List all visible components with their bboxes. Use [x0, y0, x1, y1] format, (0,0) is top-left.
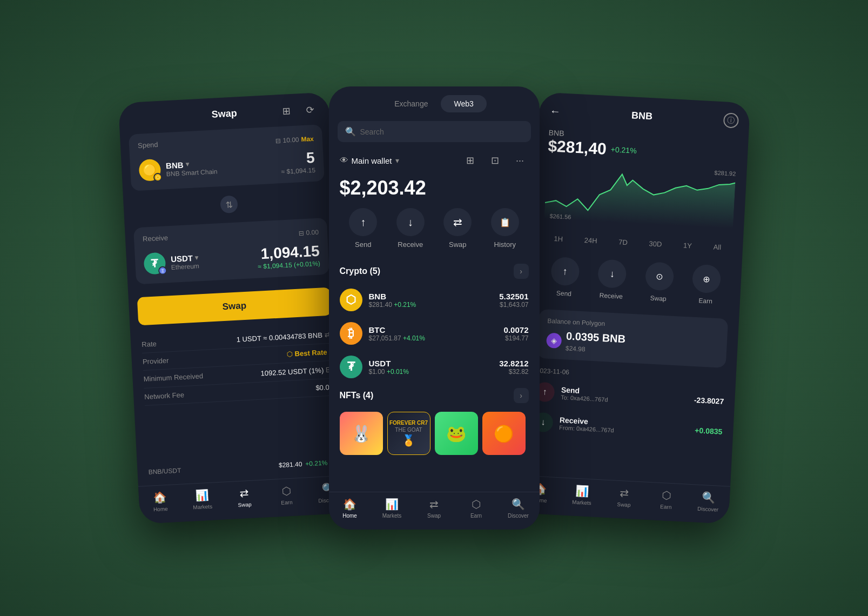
- detail-send[interactable]: ↑ Send: [549, 257, 580, 298]
- detail-swap-label: Swap: [650, 294, 667, 303]
- price-chart: $281.92 $261.56: [533, 159, 746, 235]
- nft-expand-btn[interactable]: ›: [514, 388, 529, 403]
- usdt-token-info: ₮ Ξ USDT ▾ Ethereum: [143, 250, 199, 274]
- history-btn[interactable]: 📋 History: [491, 208, 519, 249]
- time-1y[interactable]: 1Y: [676, 238, 698, 253]
- right-nav-discover[interactable]: 🔍 Discover: [691, 490, 725, 513]
- nft-item-3[interactable]: 🐸: [435, 412, 478, 455]
- receive-section: Receive ⊟ 0.00 ₮ Ξ USDT ▾: [133, 218, 329, 285]
- center-nav-markets[interactable]: 📊 Markets: [376, 498, 408, 519]
- swap-btn-wallet[interactable]: ⇄ Swap: [443, 208, 472, 249]
- wallet-balance: $2,203.42: [329, 175, 540, 208]
- swap-submit-btn[interactable]: Swap: [137, 287, 331, 326]
- center-swap-icon: ⇄: [429, 498, 439, 511]
- swap-header: Swap ⊞ ⟳: [118, 92, 329, 130]
- detail-receive[interactable]: ↓ Receive: [597, 259, 627, 300]
- usdt-list-item[interactable]: ₮ USDT $1.00 +0.01% 32.8212 $32.82: [329, 350, 540, 384]
- btc-list-item[interactable]: ₿ BTC $27,051.87 +4.01% 0.0072 $194.77: [329, 317, 540, 350]
- center-earn-icon: ⬡: [472, 498, 481, 511]
- swap-direction-btn[interactable]: ⇅: [219, 194, 239, 215]
- detail-earn-label: Earn: [698, 297, 712, 305]
- usdt-info: USDT $1.00 +0.01%: [369, 359, 493, 376]
- nav-markets[interactable]: 📊 Markets: [185, 488, 219, 511]
- crypto-expand-btn[interactable]: ›: [514, 264, 529, 279]
- bnb-list-item[interactable]: ⬡ BNB $281.40 +0.21% 5.32501 $1,643.07: [329, 283, 540, 317]
- nav-home[interactable]: 🏠 Home: [143, 490, 177, 513]
- time-24h[interactable]: 24H: [577, 232, 604, 248]
- time-7d[interactable]: 7D: [611, 235, 634, 250]
- usdt-list-icon: ₮: [340, 356, 362, 378]
- balance-card-row: ◈ 0.0395 BNB $24.98: [546, 329, 718, 360]
- right-earn-icon: ⬡: [661, 488, 671, 502]
- bnb-price-change: +0.21%: [610, 145, 637, 155]
- max-btn[interactable]: Max: [301, 135, 314, 143]
- receive-label: Receive: [142, 233, 168, 243]
- right-nav-swap[interactable]: ⇄ Swap: [607, 486, 641, 508]
- swap-icon1[interactable]: ⊞: [277, 102, 295, 120]
- price-value-display: $281.40 +0.21% ▲: [278, 458, 337, 469]
- history-circle: 📋: [491, 208, 519, 236]
- center-discover-label: Discover: [508, 513, 529, 519]
- usdt-values: 32.8212 $32.82: [499, 359, 528, 376]
- search-bar[interactable]: 🔍 Search: [338, 121, 531, 142]
- wallet-tabs: Exchange Web3: [329, 86, 540, 117]
- markets-icon: 📊: [194, 488, 208, 502]
- btc-list-icon: ₿: [340, 322, 362, 345]
- time-1h[interactable]: 1H: [547, 231, 569, 246]
- usdt-sub-icon: Ξ: [158, 266, 167, 275]
- best-rate-value: Best Rate: [294, 348, 327, 358]
- nft-section-header: NFTs (4) ›: [329, 384, 540, 407]
- balance-card-values: 0.0395 BNB $24.98: [565, 330, 625, 355]
- tab-web3[interactable]: Web3: [441, 95, 486, 112]
- time-all[interactable]: All: [706, 239, 728, 255]
- bnb-price-display: $281.40: [278, 460, 302, 469]
- receive-balance: 0.00: [306, 228, 319, 236]
- back-btn[interactable]: ←: [549, 105, 561, 118]
- tx-receive-info: Receive From: 0xa426...767d: [559, 416, 688, 437]
- info-icon-btn[interactable]: ⓘ: [723, 112, 738, 128]
- wallet-name[interactable]: 👁 Main wallet ▾: [340, 156, 399, 165]
- nav-earn[interactable]: ⬡ Earn: [270, 484, 303, 506]
- usdt-name: USDT: [369, 359, 493, 368]
- bnb-list-icon: ⬡: [340, 289, 362, 311]
- tab-exchange[interactable]: Exchange: [381, 95, 441, 112]
- receive-btn[interactable]: ↓ Receive: [396, 208, 425, 249]
- right-nav-markets[interactable]: 📊 Markets: [565, 484, 598, 506]
- spend-usd: ≈ $1,094.15: [281, 166, 315, 176]
- center-markets-icon: 📊: [385, 498, 399, 511]
- provider-value: ⬡ Best Rate ›: [286, 348, 332, 358]
- time-30d[interactable]: 30D: [642, 236, 668, 252]
- expand-btn[interactable]: ⊡: [487, 152, 504, 169]
- swap-icon2[interactable]: ⟳: [301, 101, 319, 119]
- right-markets-icon: 📊: [575, 484, 589, 498]
- network-fee-label: Network Fee: [144, 391, 184, 401]
- more-btn[interactable]: ···: [512, 152, 529, 169]
- min-received-label: Minimum Received: [143, 372, 203, 384]
- balance-bnb-amount: 0.0395 BNB: [566, 330, 625, 345]
- provider-label: Provider: [142, 357, 169, 366]
- copy-address-btn[interactable]: ⊞: [462, 152, 479, 169]
- center-nav-swap[interactable]: ⇄ Swap: [418, 498, 450, 519]
- send-btn[interactable]: ↑ Send: [349, 208, 377, 249]
- detail-earn[interactable]: ⊕ Earn: [691, 264, 721, 306]
- receive-label: Receive: [398, 240, 423, 249]
- usdt-chain: Ethereum: [171, 262, 199, 271]
- usdt-icon: ₮ Ξ: [143, 252, 166, 275]
- nft-item-2[interactable]: FOREVER CR7 THE GOAT 🏅: [387, 412, 430, 455]
- detail-send-label: Send: [556, 289, 571, 297]
- spend-amount-big[interactable]: 5: [280, 149, 315, 168]
- nft-item-1[interactable]: 🐰: [340, 412, 383, 455]
- receive-balance-info: ⊟ 0.00: [298, 228, 319, 237]
- center-nav-earn[interactable]: ⬡ Earn: [460, 498, 493, 519]
- center-nav-home[interactable]: 🏠 Home: [334, 498, 366, 519]
- center-nav-discover[interactable]: 🔍 Discover: [502, 498, 535, 519]
- center-swap-label: Swap: [427, 513, 441, 519]
- chart-high-label: $281.92: [714, 169, 736, 177]
- right-earn-label: Earn: [660, 504, 671, 510]
- detail-receive-circle: ↓: [597, 259, 627, 289]
- right-nav-earn[interactable]: ⬡ Earn: [649, 488, 683, 511]
- nft-item-4[interactable]: 🟠: [482, 412, 526, 455]
- spend-label: Spend: [137, 140, 158, 150]
- nav-swap[interactable]: ⇄ Swap: [227, 486, 261, 508]
- detail-swap[interactable]: ⊙ Swap: [644, 262, 674, 303]
